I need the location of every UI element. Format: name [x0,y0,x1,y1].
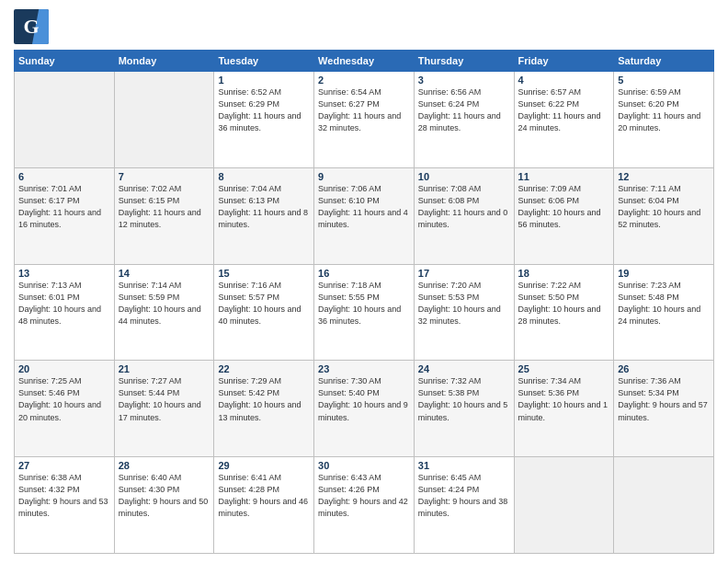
header-friday: Friday [514,51,614,72]
day-cell: 1Sunrise: 6:52 AMSunset: 6:29 PMDaylight… [214,72,314,168]
day-cell [614,457,714,554]
day-number: 10 [418,171,510,182]
day-info: Sunrise: 6:45 AMSunset: 4:24 PMDaylight:… [418,472,510,520]
day-cell: 18Sunrise: 7:22 AMSunset: 5:50 PMDayligh… [514,264,614,361]
day-info: Sunrise: 7:02 AMSunset: 6:15 PMDaylight:… [119,183,210,231]
day-number: 30 [318,460,410,471]
day-cell: 10Sunrise: 7:08 AMSunset: 6:08 PMDayligh… [414,167,514,264]
header-thursday: Thursday [414,51,514,72]
day-info: Sunrise: 7:25 AMSunset: 5:46 PMDaylight:… [18,375,110,423]
day-number: 3 [418,75,510,86]
day-number: 13 [18,268,110,279]
day-cell: 4Sunrise: 6:57 AMSunset: 6:22 PMDaylight… [514,72,614,168]
day-info: Sunrise: 6:54 AMSunset: 6:27 PMDaylight:… [318,86,410,134]
day-number: 15 [218,268,310,279]
logo: G [14,9,49,44]
day-number: 23 [318,363,410,374]
day-number: 2 [318,75,410,86]
day-number: 6 [18,171,110,182]
day-cell [514,457,614,554]
day-number: 28 [119,460,210,471]
day-info: Sunrise: 7:27 AMSunset: 5:44 PMDaylight:… [119,375,210,423]
day-info: Sunrise: 7:34 AMSunset: 5:36 PMDaylight:… [518,375,610,423]
day-cell: 7Sunrise: 7:02 AMSunset: 6:15 PMDaylight… [114,167,214,264]
day-info: Sunrise: 7:30 AMSunset: 5:40 PMDaylight:… [318,375,410,423]
week-row-1: 1Sunrise: 6:52 AMSunset: 6:29 PMDaylight… [15,72,714,168]
day-info: Sunrise: 7:16 AMSunset: 5:57 PMDaylight:… [218,280,310,327]
day-cell: 9Sunrise: 7:06 AMSunset: 6:10 PMDaylight… [314,167,415,264]
logo-letter: G [23,15,39,39]
day-info: Sunrise: 6:59 AMSunset: 6:20 PMDaylight:… [618,86,710,134]
day-number: 18 [518,268,610,279]
header: G [14,9,714,44]
day-info: Sunrise: 7:04 AMSunset: 6:13 PMDaylight:… [218,183,310,231]
week-row-2: 6Sunrise: 7:01 AMSunset: 6:17 PMDaylight… [15,167,714,264]
day-cell: 11Sunrise: 7:09 AMSunset: 6:06 PMDayligh… [514,167,614,264]
day-cell: 28Sunrise: 6:40 AMSunset: 4:30 PMDayligh… [114,457,214,554]
week-row-5: 27Sunrise: 6:38 AMSunset: 4:32 PMDayligh… [15,457,714,554]
day-number: 11 [518,171,610,182]
day-cell: 5Sunrise: 6:59 AMSunset: 6:20 PMDaylight… [614,72,714,168]
day-info: Sunrise: 7:09 AMSunset: 6:06 PMDaylight:… [518,183,610,231]
day-cell: 12Sunrise: 7:11 AMSunset: 6:04 PMDayligh… [614,167,714,264]
day-cell: 13Sunrise: 7:13 AMSunset: 6:01 PMDayligh… [15,264,115,361]
day-info: Sunrise: 7:32 AMSunset: 5:38 PMDaylight:… [418,375,510,423]
day-number: 17 [418,268,510,279]
day-number: 4 [518,75,610,86]
day-info: Sunrise: 7:11 AMSunset: 6:04 PMDaylight:… [618,183,710,231]
day-info: Sunrise: 7:08 AMSunset: 6:08 PMDaylight:… [418,183,510,231]
day-number: 26 [618,363,710,374]
day-number: 31 [418,460,510,471]
day-cell: 14Sunrise: 7:14 AMSunset: 5:59 PMDayligh… [114,264,214,361]
day-info: Sunrise: 7:20 AMSunset: 5:53 PMDaylight:… [418,280,510,327]
day-info: Sunrise: 7:01 AMSunset: 6:17 PMDaylight:… [18,183,110,231]
day-cell: 29Sunrise: 6:41 AMSunset: 4:28 PMDayligh… [214,457,314,554]
page: G SundayMondayTuesdayWednesdayThursdayFr… [0,0,728,563]
logo-icon: G [14,9,49,44]
day-number: 24 [418,363,510,374]
day-number: 7 [119,171,210,182]
day-cell: 24Sunrise: 7:32 AMSunset: 5:38 PMDayligh… [414,361,514,457]
day-info: Sunrise: 6:57 AMSunset: 6:22 PMDaylight:… [518,86,610,134]
day-info: Sunrise: 6:40 AMSunset: 4:30 PMDaylight:… [119,472,210,520]
day-cell: 2Sunrise: 6:54 AMSunset: 6:27 PMDaylight… [314,72,415,168]
day-number: 25 [518,363,610,374]
day-number: 14 [119,268,210,279]
header-saturday: Saturday [614,51,714,72]
day-number: 5 [618,75,710,86]
day-number: 29 [218,460,310,471]
week-row-3: 13Sunrise: 7:13 AMSunset: 6:01 PMDayligh… [15,264,714,361]
day-number: 1 [218,75,310,86]
day-info: Sunrise: 7:18 AMSunset: 5:55 PMDaylight:… [318,280,410,327]
day-number: 22 [218,363,310,374]
day-info: Sunrise: 6:38 AMSunset: 4:32 PMDaylight:… [18,472,110,520]
header-wednesday: Wednesday [314,51,415,72]
day-number: 12 [618,171,710,182]
day-cell: 21Sunrise: 7:27 AMSunset: 5:44 PMDayligh… [114,361,214,457]
day-info: Sunrise: 7:23 AMSunset: 5:48 PMDaylight:… [618,280,710,327]
day-cell: 3Sunrise: 6:56 AMSunset: 6:24 PMDaylight… [414,72,514,168]
header-sunday: Sunday [15,51,115,72]
day-number: 21 [119,363,210,374]
day-cell: 6Sunrise: 7:01 AMSunset: 6:17 PMDaylight… [15,167,115,264]
day-cell: 20Sunrise: 7:25 AMSunset: 5:46 PMDayligh… [15,361,115,457]
day-cell: 31Sunrise: 6:45 AMSunset: 4:24 PMDayligh… [414,457,514,554]
day-info: Sunrise: 6:43 AMSunset: 4:26 PMDaylight:… [318,472,410,520]
day-cell: 27Sunrise: 6:38 AMSunset: 4:32 PMDayligh… [15,457,115,554]
day-info: Sunrise: 7:06 AMSunset: 6:10 PMDaylight:… [318,183,410,231]
day-info: Sunrise: 6:56 AMSunset: 6:24 PMDaylight:… [418,86,510,134]
day-cell: 19Sunrise: 7:23 AMSunset: 5:48 PMDayligh… [614,264,714,361]
day-cell: 17Sunrise: 7:20 AMSunset: 5:53 PMDayligh… [414,264,514,361]
day-number: 16 [318,268,410,279]
day-info: Sunrise: 7:13 AMSunset: 6:01 PMDaylight:… [18,280,110,327]
day-number: 8 [218,171,310,182]
day-info: Sunrise: 7:14 AMSunset: 5:59 PMDaylight:… [119,280,210,327]
day-info: Sunrise: 7:36 AMSunset: 5:34 PMDaylight:… [618,375,710,423]
day-cell: 22Sunrise: 7:29 AMSunset: 5:42 PMDayligh… [214,361,314,457]
day-info: Sunrise: 6:52 AMSunset: 6:29 PMDaylight:… [218,86,310,134]
day-number: 9 [318,171,410,182]
day-cell [15,72,115,168]
day-cell: 16Sunrise: 7:18 AMSunset: 5:55 PMDayligh… [314,264,415,361]
day-info: Sunrise: 6:41 AMSunset: 4:28 PMDaylight:… [218,472,310,520]
day-info: Sunrise: 7:22 AMSunset: 5:50 PMDaylight:… [518,280,610,327]
